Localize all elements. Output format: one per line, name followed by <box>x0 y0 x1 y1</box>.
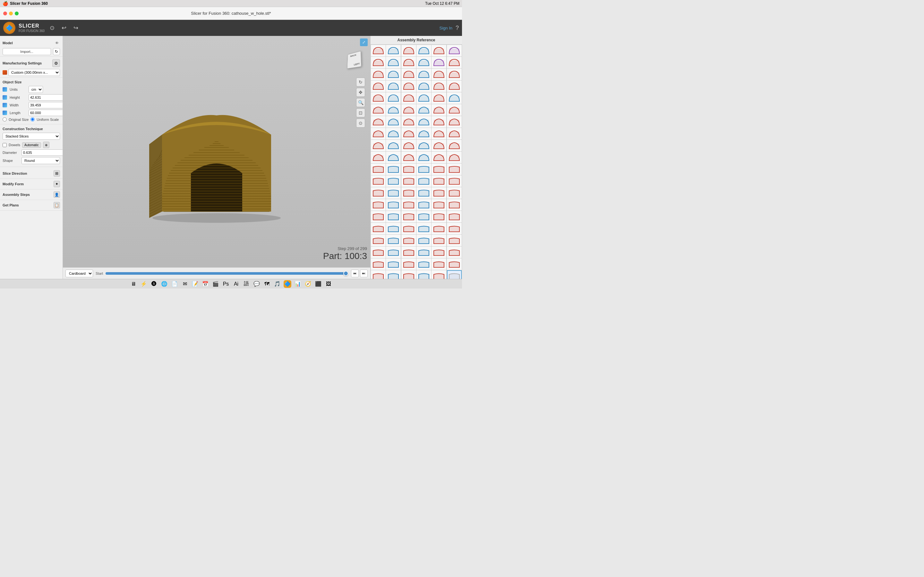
assembly-cell[interactable] <box>401 187 416 199</box>
assembly-cell[interactable] <box>386 152 401 163</box>
dock-terminal-icon[interactable]: ⬛ <box>314 280 322 288</box>
redo-button[interactable]: ↪ <box>71 23 80 33</box>
assembly-cell[interactable] <box>401 69 416 80</box>
timeline-thumb[interactable] <box>343 271 349 276</box>
assembly-cell[interactable] <box>447 175 462 187</box>
rotate-control-button[interactable]: ↻ <box>356 77 365 87</box>
assembly-cell[interactable] <box>431 152 446 163</box>
assembly-cell[interactable] <box>447 270 462 279</box>
assembly-cell[interactable] <box>431 270 446 279</box>
assembly-cell[interactable] <box>401 235 416 246</box>
assembly-cell[interactable] <box>431 92 446 104</box>
assembly-cell[interactable] <box>447 92 462 104</box>
assembly-cell[interactable] <box>417 45 431 56</box>
assembly-cell[interactable] <box>386 258 401 270</box>
assembly-cell[interactable] <box>417 81 431 92</box>
assembly-cell[interactable] <box>447 116 462 127</box>
slice-direction-section[interactable]: Slice Direction ⊞ <box>0 168 63 179</box>
dock-pdf-icon[interactable]: 📄 <box>171 280 178 288</box>
dock-mail-icon[interactable]: ✉ <box>181 280 189 288</box>
assembly-cell[interactable] <box>371 152 386 163</box>
assembly-cell[interactable] <box>386 128 401 139</box>
assembly-cell[interactable] <box>431 175 446 187</box>
assembly-cell[interactable] <box>417 223 431 234</box>
assembly-cell[interactable] <box>431 116 446 127</box>
assembly-cell[interactable] <box>417 128 431 139</box>
perspective-button[interactable]: ⊙ <box>356 119 365 127</box>
assembly-cell[interactable] <box>386 175 401 187</box>
dock-notes-icon[interactable]: 📝 <box>191 280 199 288</box>
dock-photoshop-icon[interactable]: Ps <box>222 280 230 288</box>
assembly-cell[interactable] <box>371 140 386 151</box>
assembly-cell[interactable] <box>431 211 446 222</box>
dowels-settings-icon[interactable]: ⊕ <box>43 142 49 148</box>
assembly-cell[interactable] <box>386 247 401 258</box>
assembly-cell[interactable] <box>371 57 386 68</box>
assembly-cell[interactable] <box>401 247 416 258</box>
nav-cube[interactable]: BACK LEFT <box>346 52 365 71</box>
assembly-cell[interactable] <box>431 104 446 116</box>
assembly-cell[interactable] <box>417 163 431 175</box>
assembly-cell[interactable] <box>386 270 401 279</box>
assembly-cell[interactable] <box>417 116 431 127</box>
assembly-cell[interactable] <box>417 175 431 187</box>
maximize-button[interactable] <box>15 11 19 15</box>
assembly-steps-icon[interactable]: 👤 <box>53 191 60 198</box>
get-plans-icon[interactable]: 📋 <box>53 202 60 208</box>
import-button[interactable]: Import... <box>3 48 51 55</box>
assembly-cell[interactable] <box>371 81 386 92</box>
assembly-cell[interactable] <box>447 258 462 270</box>
assembly-cell[interactable] <box>401 223 416 234</box>
assembly-cell[interactable] <box>401 258 416 270</box>
zoom-control-button[interactable]: 🔍 <box>356 98 365 107</box>
preset-select[interactable]: Custom (300.00mm x... <box>8 69 60 76</box>
assembly-cell[interactable] <box>431 45 446 56</box>
assembly-cell[interactable] <box>386 140 401 151</box>
assembly-cell[interactable] <box>386 45 401 56</box>
dock-chinese-icon[interactable]: 語 <box>242 280 250 288</box>
assembly-cell[interactable] <box>401 163 416 175</box>
assembly-cell[interactable] <box>417 92 431 104</box>
assembly-cell[interactable] <box>431 223 446 234</box>
technique-select[interactable]: Stacked Slices <box>3 133 60 140</box>
fit-view-button[interactable]: ⊡ <box>356 108 365 117</box>
assembly-cell[interactable] <box>386 199 401 211</box>
dock-chrome-icon[interactable]: 🌐 <box>160 280 168 288</box>
assembly-cell[interactable] <box>447 247 462 258</box>
dock-safari-icon[interactable]: 🧭 <box>304 280 312 288</box>
dowels-checkbox[interactable] <box>3 143 7 147</box>
width-input[interactable] <box>29 102 63 108</box>
assembly-cell[interactable] <box>371 116 386 127</box>
assembly-cell[interactable] <box>447 199 462 211</box>
diameter-input[interactable] <box>21 149 63 156</box>
get-plans-section[interactable]: Get Plans 📋 <box>0 200 63 211</box>
assembly-cell[interactable] <box>431 163 446 175</box>
assembly-cell[interactable] <box>371 199 386 211</box>
help-button[interactable]: ? <box>456 25 459 31</box>
dock-claquette-icon[interactable]: 🎬 <box>212 280 220 288</box>
timeline-bar[interactable] <box>105 272 349 275</box>
assembly-cell[interactable] <box>447 104 462 116</box>
assembly-cell[interactable] <box>447 187 462 199</box>
dock-appstore-icon[interactable]: 🅐 <box>150 280 158 288</box>
assembly-cell[interactable] <box>431 57 446 68</box>
dock-wechat-icon[interactable]: 💬 <box>253 280 260 288</box>
assembly-cell[interactable] <box>371 258 386 270</box>
assembly-cell[interactable] <box>371 187 386 199</box>
assembly-cell[interactable] <box>417 235 431 246</box>
modify-form-section[interactable]: Modify Form ✦ <box>0 179 63 189</box>
bookmark-button[interactable]: ⊙ <box>48 23 57 33</box>
dock-finder-icon[interactable]: 🖥 <box>129 280 137 288</box>
minimize-button[interactable] <box>9 11 13 15</box>
assembly-cell[interactable] <box>447 223 462 234</box>
assembly-cell[interactable] <box>431 128 446 139</box>
apple-menu-icon[interactable]: 🍎 <box>3 1 8 6</box>
length-input[interactable] <box>29 110 63 116</box>
assembly-cell[interactable] <box>447 128 462 139</box>
dock-excel-icon[interactable]: 📊 <box>294 280 302 288</box>
assembly-cell[interactable] <box>401 128 416 139</box>
assembly-cell[interactable] <box>386 163 401 175</box>
assembly-cell[interactable] <box>401 81 416 92</box>
dock-slicer-icon[interactable]: 🔷 <box>284 280 291 288</box>
dock-music-icon[interactable]: 🎵 <box>273 280 281 288</box>
